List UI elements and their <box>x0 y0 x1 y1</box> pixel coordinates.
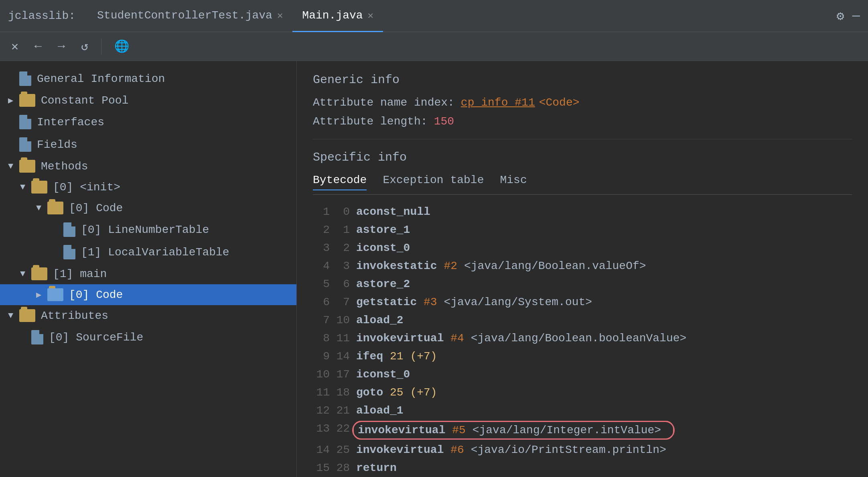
bytecode-table: 10aconst_null21astore_132iconst_043invok… <box>313 203 852 477</box>
back-button[interactable]: ← <box>31 38 45 55</box>
bytecode-offset: 3 <box>333 257 353 275</box>
tree-label-interfaces: Interfaces <box>37 116 104 128</box>
file-icon-lvt <box>63 245 75 259</box>
bytecode-instruction: invokevirtual #5 <java/lang/Integer.intV… <box>353 420 852 441</box>
bytecode-instruction: iconst_0 <box>353 365 852 383</box>
tab-student-label: StudentControllerTest.java <box>97 9 272 22</box>
bytecode-tabs: Bytecode Exception table Misc <box>313 174 852 195</box>
bytecode-instruction: invokevirtual #6 <java/io/PrintStream.pr… <box>353 441 852 459</box>
tree-item-main-code[interactable]: ▶ [0] Code <box>0 284 296 305</box>
table-row: 811invokevirtual #4 <java/lang/Boolean.b… <box>313 329 852 347</box>
tree-label-attributes: Attributes <box>41 310 108 322</box>
file-icon-interfaces <box>19 115 31 129</box>
table-row: 914ifeq 21 (+7) <box>313 347 852 365</box>
bytecode-instruction: astore_2 <box>353 275 852 293</box>
bytecode-line-num: 3 <box>313 239 333 257</box>
bytecode-line-num: 9 <box>313 347 333 365</box>
arrow-placeholder-sf <box>20 332 31 342</box>
tab-misc[interactable]: Misc <box>500 174 527 190</box>
bytecode-offset: 1 <box>333 221 353 239</box>
bytecode-offset: 17 <box>333 365 353 383</box>
toolbar: ✕ ← → ↺ 🌐 <box>0 32 868 61</box>
tab-student[interactable]: StudentControllerTest.java ✕ <box>87 0 292 32</box>
table-row: 1322invokevirtual #5 <java/lang/Integer.… <box>313 420 852 441</box>
bytecode-instruction: return <box>353 459 852 477</box>
tree-label-sourcefile: [0] SourceFile <box>49 331 143 344</box>
table-row: 21astore_1 <box>313 221 852 239</box>
file-icon-fields <box>19 137 31 152</box>
bytecode-instruction: aconst_null <box>353 203 852 221</box>
attr-name-link[interactable]: cp_info #11 <box>461 96 535 109</box>
table-row: 10aconst_null <box>313 203 852 221</box>
bytecode-instruction: iconst_0 <box>353 239 852 257</box>
table-row: 1017iconst_0 <box>313 365 852 383</box>
bytecode-line-num: 15 <box>313 459 333 477</box>
bytecode-line-num: 6 <box>313 293 333 311</box>
toolbar-separator <box>101 39 101 55</box>
tree-item-constant-pool[interactable]: ▶ Constant Pool <box>0 90 296 111</box>
tab-bytecode[interactable]: Bytecode <box>313 174 367 190</box>
browser-icon[interactable]: 🌐 <box>111 37 132 55</box>
bytecode-offset: 6 <box>333 275 353 293</box>
left-panel: General Information ▶ Constant Pool Inte… <box>0 61 297 477</box>
attr-length-row: Attribute length: 150 <box>313 115 852 128</box>
tree-label-fields: Fields <box>37 139 77 151</box>
main-layout: General Information ▶ Constant Pool Inte… <box>0 61 868 477</box>
tree-label-init: [0] <init> <box>53 181 120 194</box>
generic-info-title: Generic info <box>313 73 852 87</box>
bytecode-offset: 21 <box>333 402 353 420</box>
bytecode-instruction: getstatic #3 <java/lang/System.out> <box>353 293 852 311</box>
bytecode-instruction: aload_2 <box>353 311 852 329</box>
tree-item-attributes[interactable]: ▼ Attributes <box>0 305 296 326</box>
bytecode-offset: 18 <box>333 383 353 402</box>
folder-icon-init-code <box>47 202 63 214</box>
minimize-icon[interactable]: — <box>852 8 860 23</box>
close-button[interactable]: ✕ <box>8 37 22 55</box>
bytecode-instruction: ifeq 21 (+7) <box>353 347 852 365</box>
tree-item-fields[interactable]: Fields <box>0 133 296 156</box>
bytecode-offset: 7 <box>333 293 353 311</box>
bytecode-line-num: 4 <box>313 257 333 275</box>
tree-item-lnt[interactable]: [0] LineNumberTable <box>0 218 296 241</box>
tab-exception-table[interactable]: Exception table <box>383 174 484 190</box>
arrow-placeholder-lvt <box>52 247 63 257</box>
attr-name-code: <Code> <box>539 96 580 109</box>
tab-main[interactable]: Main.java ✕ <box>292 0 383 32</box>
tree-label-general-info: General Information <box>37 73 165 85</box>
bytecode-line-num: 13 <box>313 420 333 441</box>
forward-button[interactable]: → <box>55 38 68 55</box>
bytecode-instruction: goto 25 (+7) <box>353 383 852 402</box>
bytecode-line-num: 12 <box>313 402 333 420</box>
refresh-button[interactable]: ↺ <box>78 37 91 55</box>
tab-main-close[interactable]: ✕ <box>368 10 373 21</box>
folder-icon-main-code <box>47 288 63 301</box>
bytecode-line-num: 14 <box>313 441 333 459</box>
tree-label-constant-pool: Constant Pool <box>41 94 128 107</box>
title-bar: jclasslib: StudentControllerTest.java ✕ … <box>0 0 868 32</box>
arrow-init: ▼ <box>20 182 31 192</box>
bytecode-instruction: invokevirtual #4 <java/lang/Boolean.bool… <box>353 329 852 347</box>
folder-icon-init <box>31 181 47 194</box>
arrow-methods: ▼ <box>8 161 19 171</box>
table-row: 1118goto 25 (+7) <box>313 383 852 402</box>
tree-item-init[interactable]: ▼ [0] <init> <box>0 177 296 198</box>
bytecode-instruction: astore_1 <box>353 221 852 239</box>
attr-length-value: 150 <box>434 115 454 128</box>
tree-item-methods[interactable]: ▼ Methods <box>0 156 296 177</box>
tree-item-interfaces[interactable]: Interfaces <box>0 111 296 133</box>
folder-icon-main <box>31 267 47 280</box>
tree-label-main: [1] main <box>53 268 107 280</box>
tree-item-general-info[interactable]: General Information <box>0 67 296 90</box>
specific-info-title: Specific info <box>313 151 852 164</box>
tree-label-methods: Methods <box>41 160 88 173</box>
tree-item-lvt[interactable]: [1] LocalVariableTable <box>0 241 296 263</box>
arrow-placeholder-fields <box>8 140 19 150</box>
tree-item-init-code[interactable]: ▼ [0] Code <box>0 198 296 218</box>
settings-icon[interactable]: ⚙ <box>837 8 844 24</box>
tab-student-close[interactable]: ✕ <box>277 10 283 21</box>
bytecode-offset: 14 <box>333 347 353 365</box>
bytecode-line-num: 7 <box>313 311 333 329</box>
tree-item-sourcefile[interactable]: [0] SourceFile <box>0 326 296 349</box>
tree-item-main[interactable]: ▼ [1] main <box>0 263 296 284</box>
tree-label-main-code: [0] Code <box>69 289 123 301</box>
